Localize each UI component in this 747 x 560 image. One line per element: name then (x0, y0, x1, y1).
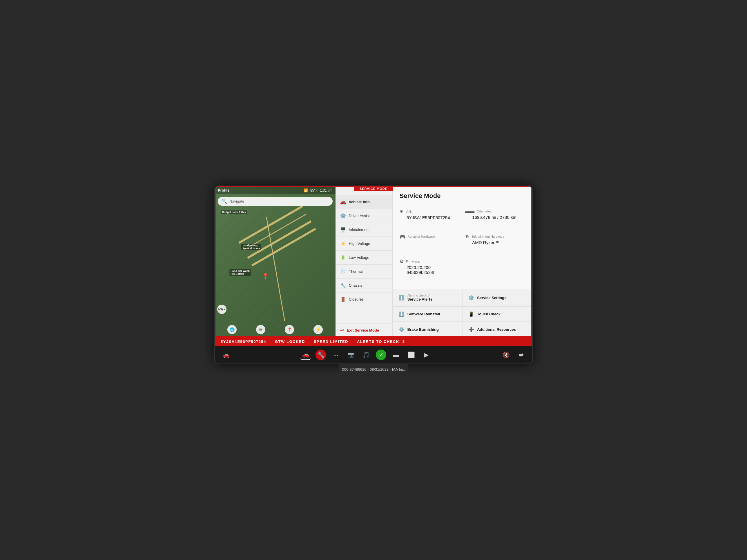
arrows-icon[interactable]: ⇌ (516, 350, 526, 360)
status-alerts: ALERTS TO CHECK: 3 (357, 340, 405, 344)
sidebar-item-chassis[interactable]: 🔧 Chassis (336, 278, 392, 292)
nav-items-container: 🚗 Vehicle Info ⚙️ Driver Assist 🖥️ Infot… (336, 195, 392, 306)
autopilot-label: Autopilot Hardware: (408, 235, 436, 238)
vin-label: VIN: (406, 210, 412, 213)
dots-icon[interactable]: ··· (331, 350, 341, 360)
map-profile-label: Profile (218, 188, 229, 192)
touch-check-icon: 📱 (468, 311, 474, 317)
touch-check-button[interactable]: 📱 Touch Check (462, 306, 532, 322)
taskbar-left: 🚗 (221, 350, 231, 360)
status-gtw: GTW LOCKED (275, 340, 305, 344)
car-icon2[interactable]: 🚗 (301, 350, 311, 360)
status-vin: 5YJSA1E56PF507254 (221, 340, 266, 344)
main-content: Service Mode ⊞ VIN: 5YJSA1E56PF507254 ▬▬… (393, 186, 532, 337)
brake-burnishing-label: Brake Burnishing (407, 327, 439, 331)
taskbar-car-icon[interactable]: 🚗 (221, 350, 231, 360)
infotainment-value: AMD Ryzen™ (465, 240, 525, 245)
odometer-value: 1696.478 mi / 2730 km (465, 215, 525, 220)
touch-check-content: Touch Check (477, 312, 500, 316)
odometer-label: Odometer: (477, 210, 492, 213)
map-globe-icon[interactable]: 🌐 (227, 325, 237, 334)
map-menu-icon[interactable]: ☰ (256, 325, 265, 334)
firmware-icon: ⚙ (400, 259, 404, 264)
top-section: SERVICE MODE Profile 📶 85°F 1:31 pm 🔍 Na… (215, 186, 532, 337)
taskbar: 🚗 🚗🔧···📷🎵✓▬⬜▶ 🔇⇌ (215, 346, 532, 364)
search-icon: 🔍 (221, 198, 227, 204)
chassis-label: Chassis (349, 283, 362, 288)
additional-resources-icon: ➕ (468, 327, 474, 332)
closures-label: Closures (349, 297, 364, 301)
software-reinstall-button[interactable]: ⬇️ Software Reinstall (393, 306, 463, 322)
map-panel: Profile 📶 85°F 1:31 pm 🔍 Navigate Budget… (215, 186, 336, 337)
wrench-icon[interactable]: 🔧 (315, 350, 326, 360)
sidebar-item-thermal[interactable]: ❄️ Thermal (336, 265, 392, 278)
map-status-info: 📶 85°F 1:31 pm (304, 188, 333, 192)
autopilot-icon: 🎮 (400, 234, 405, 239)
service-settings-label: Service Settings (477, 296, 506, 300)
high-voltage-icon: ⚡ (340, 241, 346, 246)
nav-sidebar: 🚗 Vehicle Info ⚙️ Driver Assist 🖥️ Infot… (336, 186, 393, 337)
infotainment-label: Infotainment (349, 228, 370, 232)
service-alerts-button[interactable]: ℹ️ Alerts to check: 3 Service Alerts (393, 289, 463, 306)
media-icon[interactable]: ▶ (421, 350, 432, 360)
infotainment-label: Infotainment Hardware: (472, 235, 505, 238)
screen-icon[interactable]: ⬜ (406, 350, 416, 360)
map-pin-icon[interactable]: 📍 (285, 325, 294, 334)
screen-wrapper: SERVICE MODE Profile 📶 85°F 1:31 pm 🔍 Na… (214, 186, 533, 364)
check-icon[interactable]: ✓ (376, 350, 386, 360)
firmware-label: Firmware: (406, 260, 420, 263)
sidebar-item-high-voltage[interactable]: ⚡ High Voltage (336, 237, 392, 251)
service-settings-icon: ⚙️ (468, 295, 474, 300)
service-settings-content: Service Settings (477, 296, 506, 300)
window-icon[interactable]: ▬ (391, 350, 401, 360)
sidebar-item-driver-assist[interactable]: ⚙️ Driver Assist (336, 209, 392, 223)
firmware-info: ⚙ Firmware: 2023.20.200 645639b2534f (400, 259, 460, 283)
map-top-bar: Profile 📶 85°F 1:31 pm (215, 186, 336, 194)
music-icon[interactable]: 🎵 (361, 350, 371, 360)
brake-burnishing-icon: ⚙️ (399, 327, 405, 332)
exit-label: Exit Service Mode (347, 328, 379, 332)
odometer-icon: ▬▬ (465, 209, 474, 214)
closures-icon: 🚪 (340, 296, 346, 302)
taskbar-right: 🔇⇌ (501, 350, 526, 360)
action-buttons-grid: ℹ️ Alerts to check: 3 Service Alerts ⚙️ … (393, 289, 532, 337)
map-background: Profile 📶 85°F 1:31 pm 🔍 Navigate Budget… (215, 186, 336, 337)
service-alerts-icon: ℹ️ (399, 295, 405, 300)
odometer-info: ▬▬ Odometer: 1696.478 mi / 2730 km (465, 209, 525, 228)
page-title: Service Mode (400, 192, 525, 200)
high-voltage-label: High Voltage (349, 241, 370, 246)
additional-resources-content: Additional Resources (477, 327, 516, 331)
infotainment-icon: 🖥️ (340, 227, 346, 233)
volume-icon[interactable]: 🔇 (501, 350, 511, 360)
chassis-icon: 🔧 (340, 283, 346, 288)
map-time: 1:31 pm (320, 188, 332, 192)
camera-icon[interactable]: 📷 (346, 350, 356, 360)
additional-resources-button[interactable]: ➕ Additional Resources (462, 322, 532, 337)
taskbar-center: 🚗🔧···📷🎵✓▬⬜▶ (301, 350, 432, 360)
service-settings-button[interactable]: ⚙️ Service Settings (462, 289, 532, 306)
bottom-caption: 000-37486616 - 08/31/2023 - IAA Inc. (339, 364, 408, 374)
service-mode-top-label: SERVICE MODE (354, 186, 393, 191)
exit-service-mode-button[interactable]: ↩ Exit Service Mode (336, 323, 392, 337)
software-reinstall-label: Software Reinstall (407, 312, 440, 316)
vin-icon: ⊞ (400, 209, 403, 214)
sidebar-item-closures[interactable]: 🚪 Closures (336, 292, 392, 306)
status-speed: SPEED LIMITED (314, 340, 348, 344)
vehicle-info-grid: ⊞ VIN: 5YJSA1E56PF507254 ▬▬ Odometer: 16… (393, 203, 532, 289)
sidebar-item-low-voltage[interactable]: 🔋 Low Voltage (336, 251, 392, 265)
vin-value: 5YJSA1E56PF507254 (400, 215, 460, 220)
status-bar: 5YJSA1E56PF507254 GTW LOCKED SPEED LIMIT… (215, 337, 532, 346)
map-charging-icon[interactable]: ⚡ (313, 325, 323, 334)
additional-resources-label: Additional Resources (477, 327, 516, 331)
map-search-bar[interactable]: 🔍 Navigate (218, 197, 333, 206)
touch-check-label: Touch Check (477, 312, 500, 316)
brake-burnishing-button[interactable]: ⚙️ Brake Burnishing (393, 322, 463, 337)
sidebar-item-vehicle-info[interactable]: 🚗 Vehicle Info (336, 195, 392, 209)
map-search-input[interactable]: Navigate (229, 199, 244, 204)
brake-burnishing-content: Brake Burnishing (407, 327, 439, 331)
map-label-3: Hand Car WashPro Details (229, 269, 251, 276)
vin-info: ⊞ VIN: 5YJSA1E56PF507254 (400, 209, 460, 228)
map-label-2: VandenbergFuneral Home (241, 244, 261, 250)
low-voltage-label: Low Voltage (349, 256, 369, 260)
sidebar-item-infotainment[interactable]: 🖥️ Infotainment (336, 223, 392, 237)
